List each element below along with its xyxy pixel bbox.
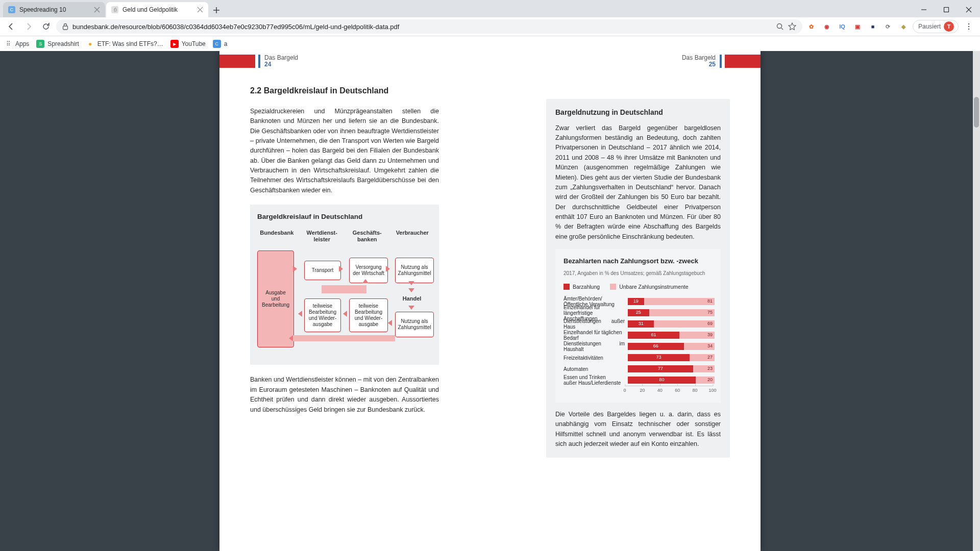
- tab-favicon: ⎙: [111, 6, 118, 13]
- extension-icon[interactable]: ■: [867, 20, 879, 33]
- tab-speedreading[interactable]: C Speedreading 10: [3, 2, 105, 17]
- axis-tick: 60: [675, 387, 680, 394]
- tab-title: Geld und Geldpolitik: [122, 6, 193, 13]
- forward-button[interactable]: [21, 19, 36, 34]
- plus-icon: [213, 7, 220, 14]
- chart-row: Dienstleistungen im Haushalt3466: [564, 341, 713, 352]
- paragraph: Zwar verliert das Bargeld gegenüber barg…: [555, 123, 721, 242]
- arrow-left-icon: [7, 22, 16, 31]
- pdf-viewer: Das Bargeld 24 2.2 Bargeldkreislauf in D…: [0, 51, 980, 551]
- bookmark-apps[interactable]: ⠿Apps: [4, 40, 29, 48]
- axis-tick: 100: [708, 387, 716, 394]
- extension-icon[interactable]: ◆: [897, 20, 910, 33]
- chart-bar-bar: 25: [628, 309, 649, 316]
- extension-icon[interactable]: ⟳: [882, 20, 894, 33]
- window-titlebar: C Speedreading 10 ⎙ Geld und Geldpolitik: [0, 0, 980, 17]
- tab-favicon: C: [8, 6, 15, 13]
- extension-icon[interactable]: ✿: [805, 20, 818, 33]
- close-icon[interactable]: [94, 7, 100, 13]
- bookmark-favicon: C: [213, 40, 221, 48]
- profile-chip[interactable]: Pausiert T: [913, 20, 959, 33]
- pdf-page-spread: Das Bargeld 24 2.2 Bargeldkreislauf in D…: [219, 51, 761, 551]
- extension-icon[interactable]: IQ: [836, 20, 848, 33]
- profile-avatar: T: [944, 21, 954, 32]
- chart-bar-unbar: 39: [679, 332, 715, 339]
- diagram-box-transport: Transport: [304, 261, 341, 280]
- zoom-icon[interactable]: [776, 22, 784, 31]
- bookmark-a[interactable]: Ca: [213, 40, 228, 48]
- close-icon[interactable]: [197, 7, 203, 13]
- paragraph: Die Vorteile des Bargeldes liegen u. a. …: [555, 410, 721, 449]
- bookmark-spreadshirt[interactable]: SSpreadshirt: [36, 40, 79, 48]
- diagram-title: Bargeldkreislauf in Deutschland: [257, 212, 432, 222]
- header-red-bar: [725, 55, 761, 68]
- profile-label: Pausiert: [918, 23, 941, 30]
- address-bar[interactable]: bundesbank.de/resource/blob/606038/c0364…: [56, 19, 802, 34]
- bookmarks-bar: ⠿Apps SSpreadshirt ●ETF: Was sind ETFs?……: [0, 36, 980, 52]
- vertical-scrollbar[interactable]: [973, 51, 980, 551]
- page-number: 24: [264, 61, 298, 68]
- chart-bar-group: 7525: [628, 309, 713, 316]
- chart-row: Essen und Trinken außer Haus/Lieferdiens…: [564, 374, 713, 386]
- chart-row: Dienstleistungen außer Haus6931: [564, 318, 713, 330]
- chart-bar-group: 2773: [628, 354, 713, 361]
- header-blue-bar: [258, 55, 260, 68]
- page-number: 25: [682, 61, 716, 68]
- bookmark-etf[interactable]: ●ETF: Was sind ETFs?…: [86, 40, 163, 48]
- chart-row: Freizeitaktivitäten2773: [564, 352, 713, 363]
- scrollbar-thumb[interactable]: [974, 97, 979, 128]
- diagram-bargeldkreislauf: Bargeldkreislauf in Deutschland Bundesba…: [250, 205, 439, 365]
- svg-rect-0: [944, 8, 949, 12]
- chart-category-label: Essen und Trinken außer Haus/Lieferdiens…: [564, 374, 628, 386]
- maximize-button[interactable]: [935, 2, 958, 17]
- svg-point-2: [777, 24, 781, 29]
- svg-rect-1: [63, 26, 68, 30]
- close-window-button[interactable]: [958, 2, 980, 17]
- window-controls: [913, 2, 980, 17]
- new-tab-button[interactable]: [209, 3, 224, 17]
- close-icon: [966, 7, 972, 13]
- section-heading: 2.2 Bargeldkreislauf in Deutschland: [250, 85, 439, 97]
- chart-row: Automaten2377: [564, 363, 713, 374]
- reload-button[interactable]: [39, 19, 53, 34]
- legend-swatch-bar: [564, 284, 570, 290]
- axis-tick: 20: [640, 387, 645, 394]
- chart-subtitle: 2017, Angaben in % des Umsatzes; gemäß Z…: [564, 269, 713, 278]
- bookmark-label: a: [224, 40, 228, 47]
- page-header-right: Das Bargeld 25: [490, 53, 761, 69]
- bookmark-favicon: ●: [86, 40, 94, 48]
- chart-row: Einzelhandel für längerfristige Anschaff…: [564, 307, 713, 318]
- tab-geld-und-geldpolitik[interactable]: ⎙ Geld und Geldpolitik: [106, 2, 208, 17]
- chart-bar-group: 6931: [628, 320, 713, 328]
- back-button[interactable]: [4, 19, 18, 34]
- pdf-page-25: Das Bargeld 25 Bargeldnutzung in Deutsch…: [490, 51, 761, 551]
- url-text: bundesbank.de/resource/blob/606038/c0364…: [72, 23, 772, 31]
- chart-category-label: Freizeitaktivitäten: [564, 355, 628, 361]
- chart-bar-bar: 31: [628, 320, 654, 328]
- header-blue-bar: [720, 55, 722, 68]
- arrow-right-icon: [24, 22, 33, 31]
- bookmark-label: Apps: [15, 40, 29, 47]
- svg-point-4: [968, 26, 970, 28]
- diagram-box-teilweise-1: teilweise Bearbeitung und Wieder- ausgab…: [304, 298, 341, 332]
- diagram-label-handel: Handel: [395, 295, 429, 302]
- bookmark-favicon: ▶: [170, 40, 179, 48]
- diagram-box-nutzung-handel: Nutzung als Zahlungsmittel: [395, 312, 434, 337]
- info-box-bargeldnutzung: Bargeldnutzung in Deutschland Zwar verli…: [546, 99, 730, 458]
- chart-bar-group: 3961: [628, 332, 713, 339]
- menu-button[interactable]: [962, 19, 976, 34]
- chart-bar-unbar: 23: [693, 365, 715, 372]
- page-header-left: Das Bargeld 24: [219, 53, 490, 69]
- bookmark-youtube[interactable]: ▶YouTube: [170, 40, 206, 48]
- legend-label: Unbare Zahlungsinstrumente: [619, 283, 688, 291]
- chart-legend: Barzahlung Unbare Zahlungsinstrumente: [564, 283, 713, 291]
- star-icon[interactable]: [788, 22, 796, 31]
- chart-bar-unbar: 81: [644, 298, 715, 305]
- extension-icon[interactable]: ▣: [851, 20, 864, 33]
- minimize-button[interactable]: [913, 2, 935, 17]
- chart-bar-bar: 73: [628, 354, 690, 361]
- legend-label: Barzahlung: [573, 283, 600, 291]
- extension-icon[interactable]: ◉: [821, 20, 833, 33]
- header-red-bar: [219, 55, 255, 68]
- chart-bar-bar: 61: [628, 332, 679, 339]
